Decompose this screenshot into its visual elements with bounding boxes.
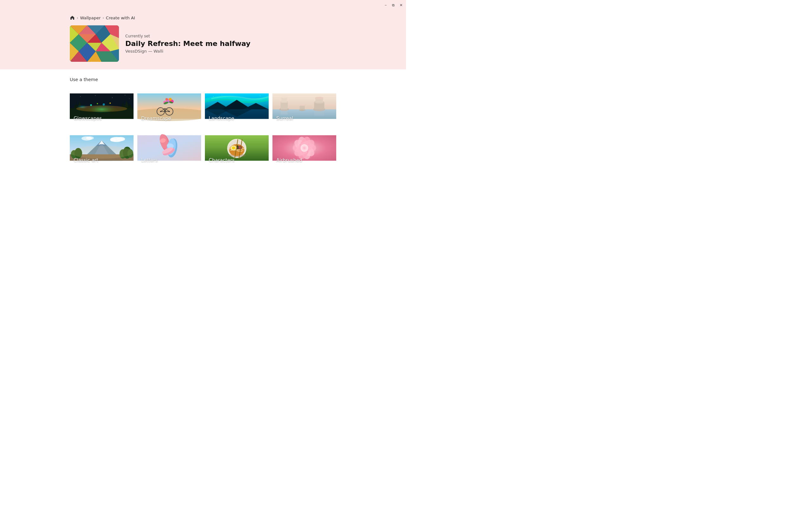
main-content: Use a theme bbox=[0, 69, 406, 175]
svg-point-30 bbox=[90, 104, 92, 106]
svg-point-78 bbox=[315, 97, 323, 100]
svg-point-48 bbox=[160, 111, 161, 112]
svg-point-54 bbox=[165, 98, 168, 101]
svg-point-38 bbox=[129, 99, 130, 99]
theme-label-characters: Characters bbox=[209, 158, 235, 163]
breadcrumb-wallpaper[interactable]: Wallpaper bbox=[80, 15, 101, 20]
theme-label-classicart: Classic art bbox=[73, 158, 98, 163]
svg-point-31 bbox=[97, 103, 98, 104]
theme-label-airbrushed: Airbrushed bbox=[276, 158, 302, 163]
theme-card-airbrushed[interactable]: Airbrushed bbox=[272, 129, 336, 167]
breadcrumb: › Wallpaper › Create with AI bbox=[70, 15, 336, 20]
svg-rect-81 bbox=[281, 109, 288, 115]
section-title: Use a theme bbox=[70, 77, 336, 82]
theme-card-letters[interactable]: Letters bbox=[137, 129, 201, 167]
svg-point-133 bbox=[308, 144, 309, 145]
restore-button[interactable]: ⧉ bbox=[391, 3, 396, 8]
wallpaper-info: Currently set Daily Refresh: Meet me hal… bbox=[125, 34, 250, 54]
svg-point-90 bbox=[86, 136, 94, 140]
svg-point-73 bbox=[281, 96, 287, 99]
breadcrumb-sep-2: › bbox=[102, 16, 104, 20]
svg-point-33 bbox=[109, 103, 111, 104]
svg-point-87 bbox=[116, 137, 125, 141]
svg-point-131 bbox=[293, 136, 316, 160]
svg-point-36 bbox=[112, 98, 112, 98]
svg-point-134 bbox=[307, 152, 308, 153]
theme-card-characters[interactable]: Characters bbox=[205, 129, 269, 167]
minimize-button[interactable]: − bbox=[383, 3, 388, 8]
theme-label-landscape: Landscape bbox=[209, 116, 235, 121]
title-bar: − ⧉ ✕ bbox=[0, 0, 406, 10]
theme-label-surreal: Surreal bbox=[276, 116, 293, 121]
wallpaper-author: VessDSign — Walli bbox=[125, 49, 250, 54]
theme-card-landscape[interactable]: Landscape bbox=[205, 87, 269, 125]
svg-rect-80 bbox=[300, 106, 305, 110]
theme-card-surreal[interactable]: Surreal bbox=[272, 87, 336, 125]
breadcrumb-current: Create with AI bbox=[106, 15, 135, 20]
svg-point-53 bbox=[169, 98, 171, 101]
theme-card-dreamscape[interactable]: Dreamscape bbox=[137, 87, 201, 125]
svg-point-35 bbox=[95, 95, 96, 96]
svg-point-88 bbox=[110, 138, 116, 142]
svg-point-39 bbox=[76, 106, 127, 112]
theme-label-dreamscape: Dreamscape bbox=[141, 116, 171, 121]
svg-point-65 bbox=[222, 95, 222, 95]
svg-point-32 bbox=[103, 103, 105, 106]
svg-point-132 bbox=[300, 145, 301, 146]
theme-grid: Glowscapes bbox=[70, 87, 336, 167]
svg-point-37 bbox=[125, 95, 125, 95]
svg-point-116 bbox=[232, 147, 235, 149]
breadcrumb-sep-1: › bbox=[77, 16, 78, 20]
close-button[interactable]: ✕ bbox=[398, 3, 403, 8]
svg-point-100 bbox=[70, 146, 134, 158]
svg-rect-82 bbox=[314, 109, 324, 116]
currently-set-label: Currently set bbox=[125, 34, 250, 38]
svg-point-34 bbox=[80, 96, 81, 97]
svg-rect-119 bbox=[237, 146, 238, 149]
theme-card-classicart[interactable]: Classic art bbox=[70, 129, 134, 167]
svg-point-66 bbox=[260, 96, 260, 96]
wallpaper-title: Daily Refresh: Meet me halfway bbox=[125, 40, 250, 48]
theme-label-letters: Letters bbox=[141, 158, 158, 163]
header-area: › Wallpaper › Create with AI bbox=[0, 10, 406, 69]
current-wallpaper: Currently set Daily Refresh: Meet me hal… bbox=[70, 25, 336, 62]
svg-point-49 bbox=[168, 111, 170, 112]
svg-point-135 bbox=[302, 152, 303, 153]
home-icon[interactable] bbox=[70, 15, 75, 20]
wallpaper-thumbnail[interactable] bbox=[70, 25, 119, 62]
theme-card-glowscapes[interactable]: Glowscapes bbox=[70, 87, 134, 125]
theme-label-glowscapes: Glowscapes bbox=[73, 116, 102, 121]
svg-point-64 bbox=[213, 96, 213, 97]
